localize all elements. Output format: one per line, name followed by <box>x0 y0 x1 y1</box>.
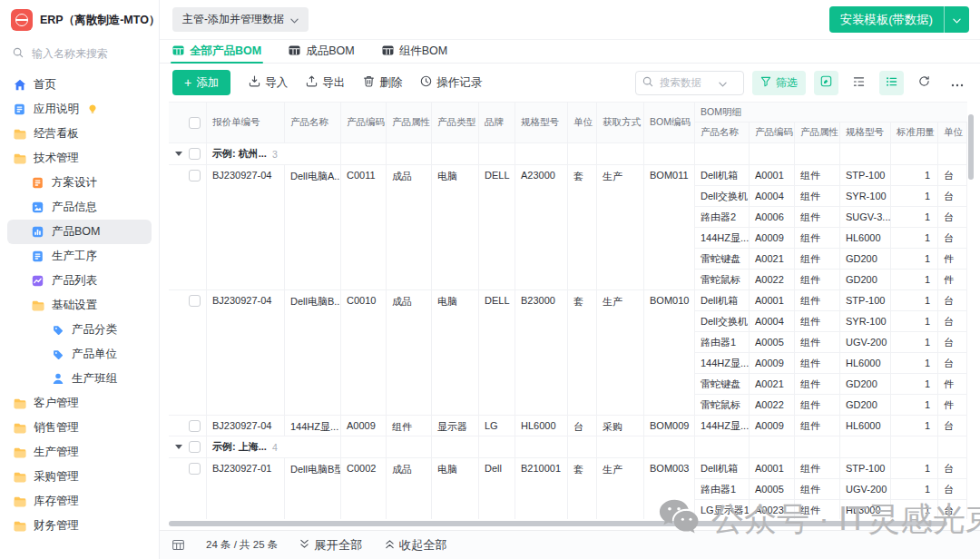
bom-detail-row: Dell交换机A0004组件SYR-1001台 <box>695 311 967 332</box>
sidebar-item-2[interactable]: 经营看板 <box>7 122 152 146</box>
import-button[interactable]: 导入 <box>249 75 288 91</box>
sidebar-item-6[interactable]: 产品BOM <box>7 220 152 244</box>
detail-cell: Dell交换机 <box>695 186 750 207</box>
sidebar-search[interactable] <box>0 42 159 71</box>
cell: 电脑 <box>432 290 479 416</box>
sidebar-item-8[interactable]: 产品列表 <box>7 269 152 293</box>
sidebar-item-16[interactable]: 采购管理 <box>7 465 152 489</box>
table-search-box[interactable] <box>635 71 744 95</box>
folder-icon <box>31 300 44 311</box>
install-template-button[interactable]: 安装模板(带数据) <box>829 6 945 33</box>
sidebar-item-13[interactable]: 客户管理 <box>7 391 152 416</box>
sidebar-item-5[interactable]: 产品信息 <box>7 195 152 220</box>
sidebar-item-17[interactable]: 库存管理 <box>7 489 152 514</box>
role-selector[interactable]: 主管-添加并管理数据 <box>172 7 309 32</box>
record-count: 24 条 / 共 25 条 <box>206 538 278 552</box>
detail-cell: 台 <box>938 186 967 207</box>
sidebar-item-4[interactable]: 方案设计 <box>7 171 152 195</box>
select-all-checkbox[interactable] <box>189 117 201 129</box>
cell: 电脑 <box>432 458 479 519</box>
bom-detail-row: 144HZ显...A0009组件HL60001台 <box>695 416 967 436</box>
folder-icon <box>13 129 26 140</box>
cell: 生产 <box>597 458 644 519</box>
header-group-bom-detail: BOM明细产品名称产品编码产品属性规格型号标准用量单位 <box>695 103 967 142</box>
collapse-all-button[interactable]: 收起全部 <box>385 537 447 554</box>
cell: 显示器 <box>432 416 479 436</box>
filter-button[interactable]: 筛选 <box>752 71 806 95</box>
group-row[interactable]: 示例: 上海...4 <box>169 436 967 458</box>
note-icon <box>820 75 832 90</box>
cell: Dell电脑B... <box>285 290 341 416</box>
sidebar-item-label: 技术管理 <box>34 151 79 166</box>
row-checkbox[interactable] <box>189 420 201 432</box>
detail-cell: UGV-200 <box>840 332 891 353</box>
detail-cell: 144HZ显... <box>695 416 750 436</box>
delete-button[interactable]: 删除 <box>363 75 402 91</box>
group-empty-cell <box>938 436 967 458</box>
sidebar-item-3[interactable]: 技术管理 <box>7 146 152 171</box>
sidebar-item-9[interactable]: 基础设置 <box>7 293 152 318</box>
sidebar-item-0[interactable]: 首页 <box>7 73 152 97</box>
table-grid-icon <box>289 45 300 58</box>
sidebar-item-10[interactable]: 产品分类 <box>7 318 152 342</box>
header-cell: 产品类型 <box>432 103 479 142</box>
collapse-caret-icon[interactable] <box>175 152 182 156</box>
tag-blue-icon <box>51 325 64 336</box>
chevron-down-icon[interactable] <box>719 74 727 91</box>
install-template-dropdown[interactable] <box>945 6 969 33</box>
group-empty-cell <box>341 436 387 458</box>
sidebar-item-18[interactable]: 财务管理 <box>7 514 152 538</box>
tab-0[interactable]: 全部产品BOM <box>172 40 261 63</box>
detail-cell: 组件 <box>795 311 840 332</box>
refresh-button[interactable] <box>912 71 936 95</box>
table-row: BJ230927-04144HZ显...A0009组件显示器LGHL6000台采… <box>169 416 967 436</box>
bom-details: 144HZ显...A0009组件HL60001台 <box>695 416 967 436</box>
toolbar-actions: + 添加 导入 导出 <box>172 70 482 95</box>
detail-cell: STP-100 <box>840 458 891 479</box>
bom-details: Dell机箱A0001组件STP-1001台路由器1A0005组件UGV-200… <box>695 458 967 519</box>
tab-1[interactable]: 成品BOM <box>289 40 354 63</box>
table-search-input[interactable] <box>658 76 714 89</box>
more-button[interactable] <box>945 71 969 95</box>
search-icon <box>642 74 653 91</box>
list-view-button[interactable] <box>879 71 904 95</box>
horizontal-scrollbar-thumb[interactable] <box>169 521 947 526</box>
detail-cell: 1 <box>891 228 938 249</box>
detail-cell: A0022 <box>750 395 795 416</box>
feedback-note-button[interactable] <box>814 71 838 95</box>
row-checkbox[interactable] <box>189 295 201 307</box>
sidebar-item-15[interactable]: 生产管理 <box>7 440 152 465</box>
detail-cell: 雷蛇鼠标 <box>695 270 750 290</box>
sidebar-item-1[interactable]: 应用说明 <box>7 97 152 122</box>
doc-blue-icon <box>13 103 26 115</box>
sidebar-search-input[interactable] <box>30 46 139 61</box>
tab-2[interactable]: 组件BOM <box>382 40 447 63</box>
tree-view-button[interactable] <box>847 71 871 95</box>
sidebar-item-12[interactable]: 生产班组 <box>7 367 152 391</box>
group-checkbox[interactable] <box>189 148 201 160</box>
operation-log-button[interactable]: 操作记录 <box>420 75 482 91</box>
horizontal-scrollbar[interactable] <box>169 520 967 527</box>
group-checkbox[interactable] <box>189 441 201 453</box>
detail-cell: 台 <box>938 332 967 353</box>
expand-all-button[interactable]: 展开全部 <box>299 537 362 554</box>
cell: 144HZ显... <box>285 416 341 436</box>
pagination-icon[interactable] <box>172 540 184 550</box>
vertical-scrollbar[interactable] <box>968 114 974 180</box>
row-checkbox[interactable] <box>189 463 201 475</box>
detail-cell: 组件 <box>795 500 840 519</box>
sidebar-item-7[interactable]: 生产工序 <box>7 244 152 269</box>
sidebar-item-14[interactable]: 销售管理 <box>7 416 152 440</box>
sidebar-item-11[interactable]: 产品单位 <box>7 342 152 367</box>
add-button[interactable]: + 添加 <box>172 70 230 95</box>
sidebar-item-label: 产品BOM <box>52 224 100 240</box>
folder-icon <box>13 472 26 483</box>
group-row[interactable]: 示例: 杭州...3 <box>169 143 967 165</box>
header-subcell: 规格型号 <box>840 123 891 142</box>
install-template-split-button: 安装模板(带数据) <box>829 6 969 33</box>
collapse-caret-icon[interactable] <box>175 445 182 449</box>
export-button[interactable]: 导出 <box>306 75 345 91</box>
row-checkbox[interactable] <box>189 170 201 181</box>
detail-cell: 组件 <box>795 458 840 479</box>
detail-cell: A0006 <box>750 207 795 228</box>
